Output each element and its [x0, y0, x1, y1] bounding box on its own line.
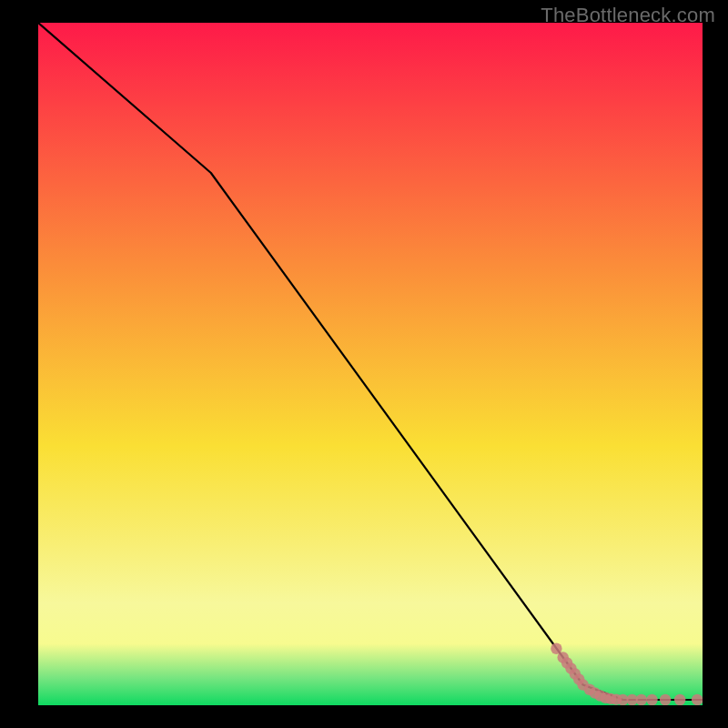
data-point-marker: [674, 694, 685, 705]
gradient-background: [38, 23, 703, 705]
data-point-marker: [646, 694, 657, 705]
bottleneck-chart: [38, 23, 703, 705]
data-point-marker: [636, 694, 647, 705]
data-point-marker: [692, 694, 703, 705]
data-point-marker: [660, 694, 671, 705]
chart-frame: TheBottleneck.com: [0, 0, 728, 728]
